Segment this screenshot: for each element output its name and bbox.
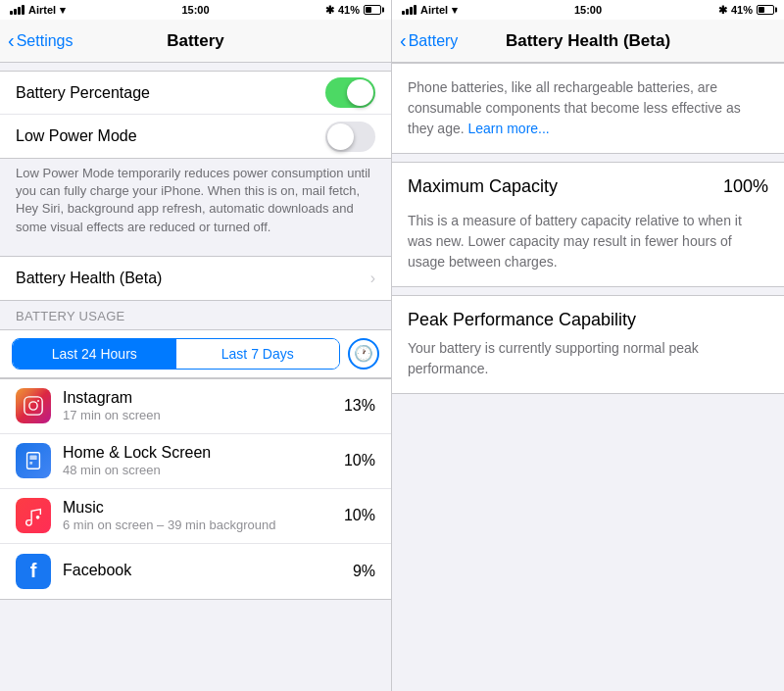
right-status-left: Airtel ▾ [402, 4, 458, 17]
time-tabs[interactable]: Last 24 Hours Last 7 Days [12, 338, 340, 370]
battery-percentage-toggle[interactable] [325, 77, 375, 108]
left-nav-title: Battery [167, 31, 224, 51]
left-status-bar: Airtel ▾ 15:00 ✱ 41% [0, 0, 392, 20]
instagram-percent: 13% [344, 397, 375, 415]
svg-rect-5 [29, 462, 32, 465]
battery-body-left [364, 5, 381, 15]
low-power-info: Low Power Mode temporarily reduces power… [0, 159, 391, 248]
status-right-left: ✱ 41% [325, 4, 381, 17]
bluetooth-right: ✱ [718, 4, 727, 17]
panels: ‹ Settings Battery Battery Percentage Lo… [0, 20, 784, 691]
homescreen-icon [16, 443, 51, 478]
intro-section: Phone batteries, like all rechargeable b… [392, 63, 784, 154]
facebook-info: Facebook [63, 562, 353, 580]
instagram-name: Instagram [63, 389, 344, 407]
svg-point-1 [29, 402, 37, 410]
settings-section: Battery Percentage Low Power Mode Low Po… [0, 71, 391, 248]
low-power-mode-toggle[interactable] [325, 122, 375, 152]
left-back-button[interactable]: ‹ Settings [8, 31, 73, 50]
time-tabs-row: Last 24 Hours Last 7 Days 🕐 [0, 329, 391, 378]
rbar4 [414, 5, 416, 15]
signal-bars-right [402, 5, 416, 15]
svg-rect-0 [24, 397, 42, 415]
bar4 [22, 5, 24, 15]
battery-pct-right: 41% [731, 4, 753, 16]
peak-performance-desc: Your battery is currently supporting nor… [408, 338, 768, 379]
battery-health-label: Battery Health (Beta) [16, 258, 370, 299]
max-capacity-desc: This is a measure of battery capacity re… [408, 211, 768, 272]
bar2 [14, 9, 17, 15]
carrier-right: Airtel [420, 4, 448, 16]
list-item[interactable]: Instagram 17 min on screen 13% [0, 379, 391, 434]
rbar1 [402, 11, 405, 15]
settings-card: Battery Percentage Low Power Mode [0, 71, 391, 159]
signal-bars-left [10, 5, 24, 15]
intro-body: Phone batteries, like all rechargeable b… [408, 79, 741, 136]
battery-body-right [757, 5, 774, 15]
max-capacity-section: Maximum Capacity 100% This is a measure … [392, 162, 784, 287]
list-item[interactable]: Home & Lock Screen 48 min on screen 10% [0, 434, 391, 489]
list-item[interactable]: Music 6 min on screen – 39 min backgroun… [0, 489, 391, 544]
time-right: 15:00 [574, 4, 602, 16]
right-status-bar: Airtel ▾ 15:00 ✱ 41% [392, 0, 784, 20]
battery-pct-left: 41% [338, 4, 360, 16]
homescreen-info: Home & Lock Screen 48 min on screen [63, 444, 344, 477]
intro-text: Phone batteries, like all rechargeable b… [408, 77, 768, 139]
bar1 [10, 11, 13, 15]
battery-fill-right [759, 7, 764, 13]
left-panel: ‹ Settings Battery Battery Percentage Lo… [0, 20, 392, 691]
battery-health-row[interactable]: Battery Health (Beta) › [0, 257, 391, 300]
right-nav-title: Battery Health (Beta) [506, 31, 670, 51]
right-nav-bar: ‹ Battery Battery Health (Beta) [392, 20, 784, 63]
status-bars: Airtel ▾ 15:00 ✱ 41% Airtel ▾ 15:00 ✱ 41… [0, 0, 784, 20]
list-item[interactable]: f Facebook 9% [0, 544, 391, 599]
svg-point-6 [36, 516, 40, 519]
left-back-chevron-icon: ‹ [8, 30, 15, 50]
battery-health-card: Battery Health (Beta) › [0, 256, 391, 301]
max-capacity-label: Maximum Capacity [408, 176, 558, 197]
battery-health-chevron-icon: › [370, 270, 375, 287]
left-nav-bar: ‹ Settings Battery [0, 20, 391, 63]
peak-performance-label: Peak Performance Capability [408, 310, 768, 330]
music-percent: 10% [344, 507, 375, 524]
instagram-time: 17 min on screen [63, 408, 344, 422]
facebook-percent: 9% [353, 563, 375, 580]
tab-last-7-days[interactable]: Last 7 Days [176, 339, 340, 369]
bar3 [18, 7, 21, 15]
homescreen-time: 48 min on screen [63, 463, 344, 477]
facebook-icon: f [16, 554, 51, 589]
right-panel: ‹ Battery Battery Health (Beta) Phone ba… [392, 20, 784, 691]
low-power-mode-row[interactable]: Low Power Mode [0, 115, 391, 158]
instagram-icon [16, 388, 51, 423]
facebook-name: Facebook [63, 562, 353, 579]
carrier-left: Airtel [28, 4, 56, 16]
wifi-left: ▾ [60, 4, 66, 17]
homescreen-name: Home & Lock Screen [63, 444, 344, 462]
learn-more-link[interactable]: Learn more... [468, 121, 550, 136]
toggle-knob-off [327, 123, 354, 150]
right-back-label: Battery [409, 32, 459, 50]
max-capacity-value: 100% [723, 176, 768, 197]
homescreen-percent: 10% [344, 452, 375, 469]
music-name: Music [63, 499, 344, 517]
tab-last-24-hours[interactable]: Last 24 Hours [13, 339, 176, 369]
music-time: 6 min on screen – 39 min background [63, 518, 344, 532]
music-icon [16, 498, 51, 533]
time-left: 15:00 [181, 4, 209, 16]
left-status-left: Airtel ▾ [10, 4, 66, 17]
toggle-knob-on [347, 79, 373, 106]
svg-rect-4 [29, 456, 36, 461]
peak-performance-section: Peak Performance Capability Your battery… [392, 295, 784, 394]
battery-usage-header: BATTERY USAGE [0, 301, 391, 329]
battery-percentage-row[interactable]: Battery Percentage [0, 72, 391, 115]
rbar3 [410, 7, 413, 15]
status-right-right: ✱ 41% [718, 4, 774, 17]
left-back-label: Settings [17, 32, 74, 50]
right-back-button[interactable]: ‹ Battery [400, 31, 458, 50]
rbar2 [406, 9, 409, 15]
bluetooth-left: ✱ [325, 4, 334, 17]
clock-icon[interactable]: 🕐 [348, 338, 379, 370]
low-power-mode-label: Low Power Mode [16, 116, 325, 157]
music-info: Music 6 min on screen – 39 min backgroun… [63, 499, 344, 532]
right-back-chevron-icon: ‹ [400, 30, 407, 50]
